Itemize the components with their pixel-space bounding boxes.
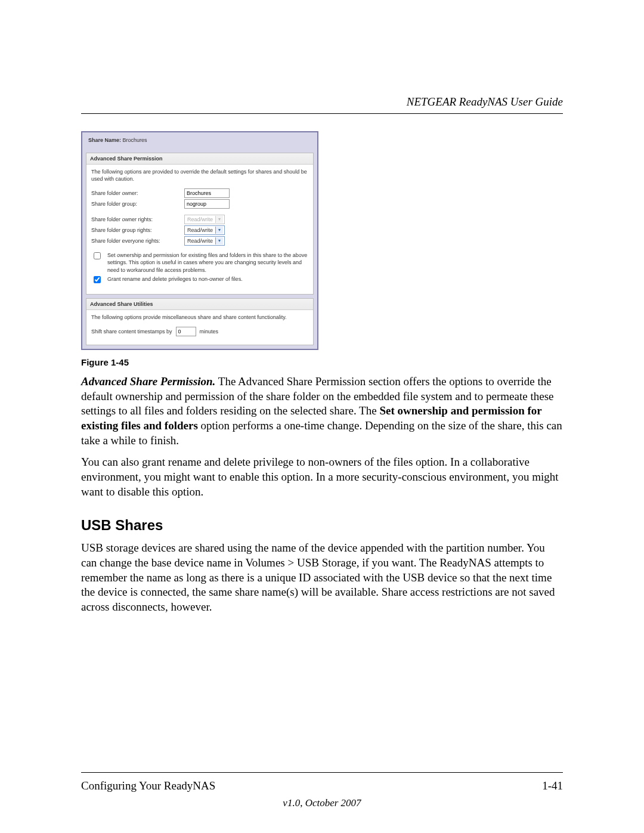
label-shift-post: minutes (200, 328, 219, 335)
row-everyone-rights: Share folder everyone rights: Read/write… (91, 236, 308, 246)
paragraph-usb-shares: USB storage devices are shared using the… (81, 541, 563, 614)
row-group-rights: Share folder group rights: Read/write ▾ (91, 225, 308, 235)
chevron-down-icon: ▾ (215, 216, 223, 223)
label-owner-rights: Share folder owner rights: (91, 216, 181, 223)
document-page: NETGEAR ReadyNAS User Guide Share Name: … (0, 0, 644, 833)
paragraph-grant-rename: You can also grant rename and delete pri… (81, 455, 563, 499)
select-everyone-rights[interactable]: Read/write ▾ (184, 236, 225, 246)
label-everyone-rights: Share folder everyone rights: (91, 237, 181, 244)
chevron-down-icon: ▾ (215, 227, 223, 234)
section-heading-usb-shares: USB Shares (81, 517, 563, 534)
input-shift-minutes[interactable] (176, 327, 196, 336)
row-owner: Share folder owner: (91, 188, 308, 198)
share-name-label: Share Name: (88, 137, 121, 143)
chevron-down-icon: ▾ (215, 237, 223, 244)
label-group: Share folder group: (91, 200, 181, 208)
checkbox-set-ownership[interactable] (94, 252, 101, 259)
panel-body-utilities: The following options provide miscellane… (86, 310, 313, 341)
select-owner-rights[interactable]: Read/write ▾ (184, 215, 225, 224)
panel-intro-permission: The following options are provided to ov… (91, 168, 308, 182)
panel-header-permission: Advanced Share Permission (86, 153, 313, 165)
panel-intro-utilities: The following options provide miscellane… (91, 314, 308, 321)
footer-page-number: 1-41 (542, 779, 563, 792)
footer-version: v1.0, October 2007 (0, 797, 644, 809)
row-group: Share folder group: (91, 199, 308, 209)
row-shift-timestamps: Shift share content timestamps by minute… (91, 327, 308, 336)
panel-header-utilities: Advanced Share Utilities (86, 299, 313, 310)
select-group-rights[interactable]: Read/write ▾ (184, 225, 225, 235)
label-shift-pre: Shift share content timestamps by (91, 328, 172, 335)
header-rule (81, 113, 563, 114)
checkbox-row-grant-rename: Grant rename and delete privileges to no… (91, 275, 308, 285)
panel-advanced-share-utilities: Advanced Share Utilities The following o… (86, 298, 314, 345)
panel-advanced-share-permission: Advanced Share Permission The following … (86, 153, 314, 295)
row-owner-rights: Share folder owner rights: Read/write ▾ (91, 215, 308, 224)
label-owner: Share folder owner: (91, 190, 181, 197)
input-group[interactable] (184, 199, 230, 209)
footer-section: Configuring Your ReadyNAS (81, 779, 215, 792)
paragraph-lead: Advanced Share Permission. (81, 375, 215, 388)
checkbox-row-set-ownership: Set ownership and permission for existin… (91, 252, 308, 273)
footer-line: Configuring Your ReadyNAS 1-41 (81, 779, 563, 792)
select-everyone-rights-value: Read/write (187, 237, 213, 244)
figure-caption: Figure 1-45 (81, 357, 563, 367)
panel-body-permission: The following options are provided to ov… (86, 165, 313, 290)
checkbox-label-set-ownership: Set ownership and permission for existin… (107, 252, 308, 273)
page-content: Share Name: Brochures Advanced Share Per… (81, 131, 563, 615)
input-owner[interactable] (184, 188, 230, 198)
paragraph-advanced-permission: Advanced Share Permission. The Advanced … (81, 374, 563, 448)
label-group-rights: Share folder group rights: (91, 227, 181, 234)
checkbox-grant-rename[interactable] (94, 276, 101, 283)
footer-rule (81, 772, 563, 773)
share-name-bar: Share Name: Brochures (82, 132, 317, 153)
embedded-screenshot: Share Name: Brochures Advanced Share Per… (81, 131, 318, 350)
select-group-rights-value: Read/write (187, 227, 213, 234)
select-owner-rights-value: Read/write (187, 216, 213, 223)
page-header-title: NETGEAR ReadyNAS User Guide (407, 95, 563, 109)
checkbox-label-grant-rename: Grant rename and delete privileges to no… (107, 275, 243, 283)
share-name-value: Brochures (123, 137, 147, 143)
